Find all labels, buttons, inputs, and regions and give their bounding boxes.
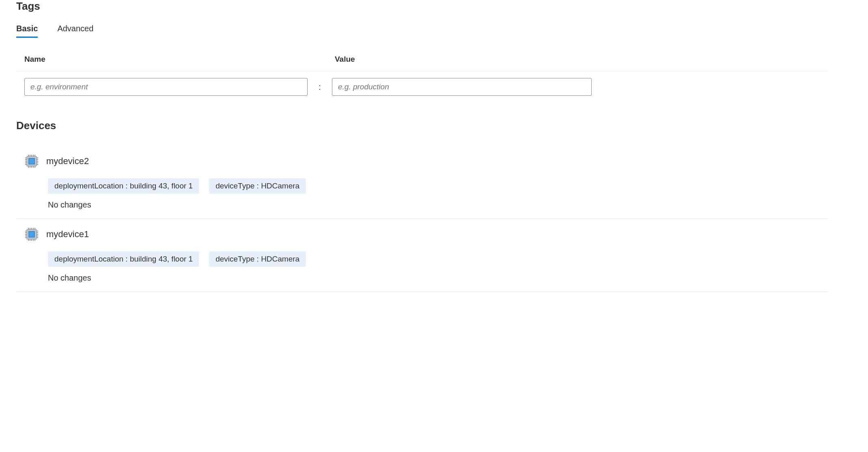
tags-input-row: : [16,71,828,102]
column-header-value: Value [335,55,355,64]
tag-separator: : [308,82,332,92]
device-item: mydevice2 deploymentLocation : building … [16,146,828,219]
tag-name-input[interactable] [24,78,308,96]
tab-advanced[interactable]: Advanced [57,24,93,38]
tab-basic[interactable]: Basic [16,24,38,38]
tag-pill: deviceType : HDCamera [209,178,306,194]
tag-pill: deploymentLocation : building 43, floor … [48,178,199,194]
device-tags: deploymentLocation : building 43, floor … [48,251,828,267]
column-header-name: Name [24,55,335,64]
tag-pill: deviceType : HDCamera [209,251,306,267]
tags-section-title: Tags [16,0,828,13]
tag-pill: deploymentLocation : building 43, floor … [48,251,199,267]
device-status: No changes [48,200,828,210]
svg-rect-23 [29,231,34,237]
device-item: mydevice1 deploymentLocation : building … [16,219,828,292]
chip-icon [24,226,40,242]
devices-section-title: Devices [16,119,828,132]
device-status: No changes [48,273,828,283]
device-name[interactable]: mydevice1 [46,229,89,240]
chip-icon [24,153,40,169]
device-name[interactable]: mydevice2 [46,156,89,167]
svg-rect-1 [29,158,34,164]
tags-tabs: Basic Advanced [16,24,828,38]
device-header: mydevice1 [24,226,828,242]
tag-value-input[interactable] [332,78,592,96]
tags-table-header: Name Value [16,55,828,71]
device-header: mydevice2 [24,153,828,169]
device-tags: deploymentLocation : building 43, floor … [48,178,828,194]
